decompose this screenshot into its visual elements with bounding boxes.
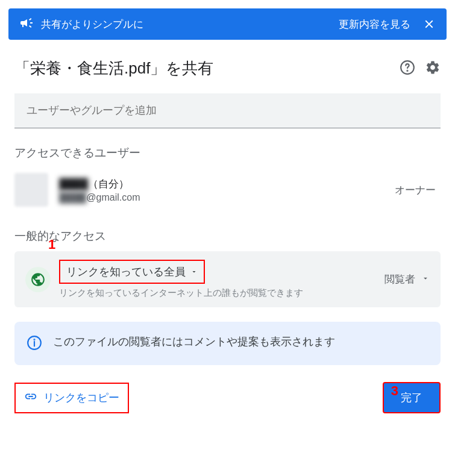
access-main: リンクを知っている全員 リンクを知っているインターネット上の誰もが閲覧できます: [59, 260, 384, 299]
dialog-header: 「栄養・食生活.pdf」を共有: [0, 40, 455, 93]
gear-icon[interactable]: [425, 60, 441, 78]
dialog-footer: リンクをコピー 完了: [0, 380, 455, 428]
copy-link-button[interactable]: リンクをコピー: [14, 383, 129, 413]
chevron-down-icon: [421, 274, 430, 286]
help-icon[interactable]: [400, 60, 415, 78]
link-icon: [24, 390, 37, 406]
close-icon[interactable]: [422, 17, 436, 31]
add-people-input[interactable]: [14, 93, 441, 128]
access-scope-dropdown[interactable]: リンクを知っている全員: [59, 260, 205, 284]
banner-text: 共有がよりシンプルに: [41, 17, 339, 31]
user-email: ████@gmail.com: [59, 192, 395, 203]
info-icon: [27, 335, 42, 353]
banner-link[interactable]: 更新内容を見る: [339, 17, 410, 31]
info-box: このファイルの閲覧者にはコメントや提案も表示されます: [14, 322, 441, 365]
permission-dropdown[interactable]: 閲覧者: [384, 272, 430, 286]
megaphone-icon: [19, 16, 34, 33]
user-row: ████（自分） ████@gmail.com オーナー: [0, 168, 455, 211]
annotation-1: 1: [48, 237, 55, 252]
section-access-users: アクセスできるユーザー: [0, 128, 455, 168]
avatar: [14, 173, 48, 207]
globe-icon: [25, 267, 51, 292]
svg-point-4: [34, 339, 34, 340]
user-role: オーナー: [395, 183, 436, 197]
access-description: リンクを知っているインターネット上の誰もが閲覧できます: [59, 287, 384, 299]
chevron-down-icon: [190, 266, 198, 278]
user-info: ████（自分） ████@gmail.com: [59, 177, 395, 203]
user-name: ████（自分）: [59, 177, 395, 191]
section-general-access: 一般的なアクセス: [0, 211, 455, 251]
general-access-row: リンクを知っている全員 リンクを知っているインターネット上の誰もが閲覧できます …: [14, 251, 441, 307]
promo-banner: 共有がよりシンプルに 更新内容を見る: [8, 8, 447, 40]
annotation-3: 3: [391, 383, 398, 399]
svg-point-1: [407, 70, 407, 70]
info-text: このファイルの閲覧者にはコメントや提案も表示されます: [53, 334, 335, 350]
dialog-title: 「栄養・食生活.pdf」を共有: [14, 58, 390, 79]
